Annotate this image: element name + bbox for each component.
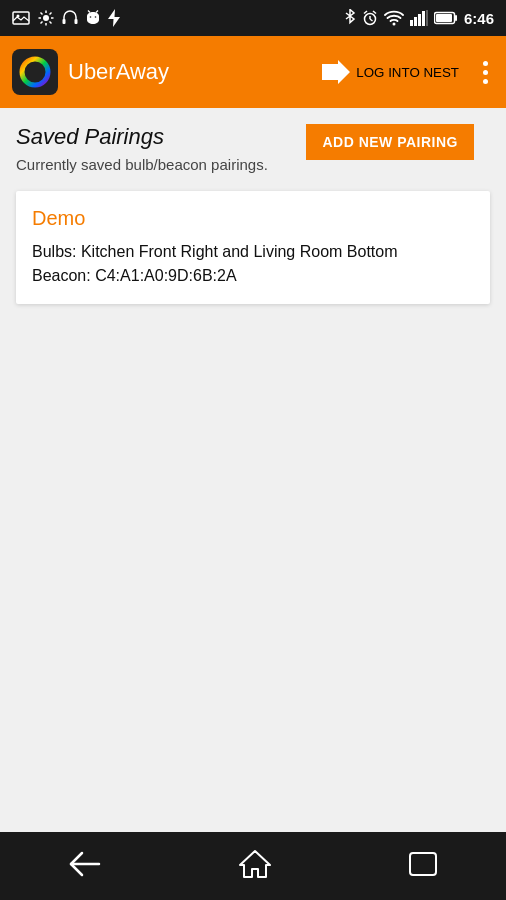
svg-marker-17	[108, 9, 120, 27]
svg-rect-27	[422, 11, 425, 26]
logo-icon	[18, 55, 52, 89]
overflow-menu-button[interactable]	[477, 53, 494, 92]
svg-line-8	[50, 22, 52, 24]
add-pairing-button[interactable]: ADD NEW PAIRING	[306, 124, 474, 160]
wifi-icon	[384, 10, 404, 26]
svg-point-2	[43, 15, 49, 21]
app-bar: UberAway LOG INTO NEST	[0, 36, 506, 108]
svg-rect-26	[418, 14, 421, 26]
recents-icon	[408, 851, 438, 877]
svg-line-20	[370, 19, 373, 21]
status-time: 6:46	[464, 10, 494, 27]
login-arrow-icon	[322, 60, 350, 84]
main-content: Saved Pairings Currently saved bulb/beac…	[0, 108, 506, 832]
pairing-name: Demo	[32, 207, 474, 230]
android-icon	[86, 10, 100, 26]
login-nest-label: LOG INTO NEST	[356, 65, 459, 80]
nav-back-button[interactable]	[58, 841, 112, 891]
svg-rect-30	[436, 14, 452, 22]
app-title: UberAway	[68, 59, 312, 85]
pairing-beacon: Beacon: C4:A1:A0:9D:6B:2A	[32, 264, 474, 288]
svg-rect-28	[426, 10, 428, 26]
bluetooth-icon	[344, 9, 356, 27]
svg-line-7	[41, 13, 43, 15]
section-header-row: Saved Pairings Currently saved bulb/beac…	[16, 124, 490, 175]
nav-home-button[interactable]	[229, 839, 281, 893]
nav-recents-button[interactable]	[398, 841, 448, 891]
overflow-dot-3	[483, 79, 488, 84]
overflow-dot-1	[483, 61, 488, 66]
app-logo	[12, 49, 58, 95]
status-icons-left	[12, 9, 120, 27]
login-nest-button[interactable]: LOG INTO NEST	[312, 54, 469, 90]
back-icon	[68, 851, 102, 877]
flash-icon	[108, 9, 120, 27]
pairing-card[interactable]: Demo Bulbs: Kitchen Front Right and Livi…	[16, 191, 490, 304]
alarm-icon	[362, 10, 378, 26]
svg-line-10	[41, 22, 43, 24]
svg-point-15	[90, 16, 92, 18]
svg-line-13	[88, 11, 90, 13]
svg-rect-24	[410, 20, 413, 26]
svg-marker-32	[322, 60, 350, 84]
svg-line-14	[96, 11, 98, 13]
brightness-icon	[38, 10, 54, 26]
svg-rect-25	[414, 17, 417, 26]
svg-marker-34	[240, 851, 270, 877]
svg-point-31	[22, 59, 48, 85]
pairing-bulbs: Bulbs: Kitchen Front Right and Living Ro…	[32, 240, 474, 264]
image-icon	[12, 11, 30, 25]
svg-line-21	[364, 11, 367, 14]
svg-rect-35	[410, 853, 436, 875]
nav-bar	[0, 832, 506, 900]
svg-rect-12	[75, 19, 78, 24]
battery-icon	[434, 11, 458, 25]
home-icon	[239, 849, 271, 879]
svg-point-16	[95, 16, 97, 18]
overflow-dot-2	[483, 70, 488, 75]
headphones-icon	[62, 10, 78, 26]
svg-point-23	[392, 23, 395, 26]
status-icons-right: 6:46	[344, 9, 494, 27]
status-bar: 6:46	[0, 0, 506, 36]
svg-line-9	[50, 13, 52, 15]
svg-rect-11	[63, 19, 66, 24]
signal-icon	[410, 10, 428, 26]
svg-line-22	[373, 11, 376, 14]
